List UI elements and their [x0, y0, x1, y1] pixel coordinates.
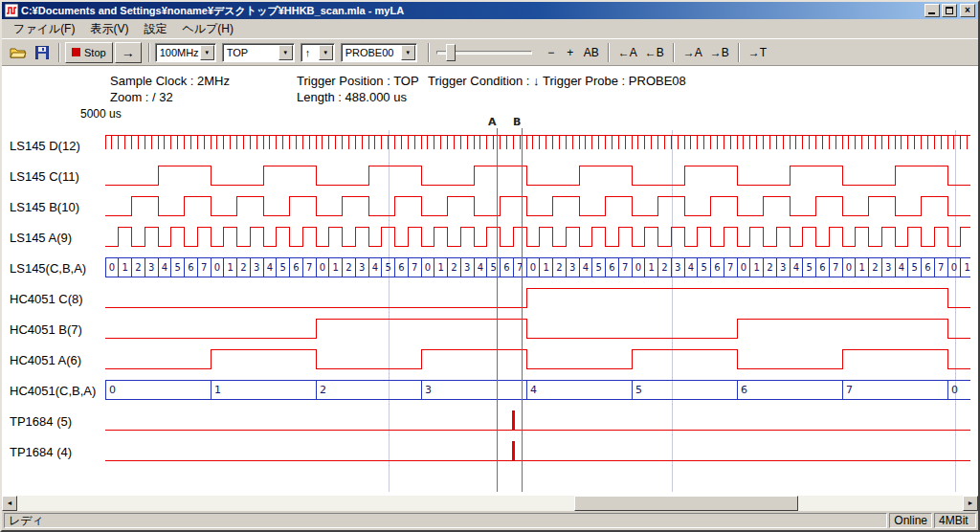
menu-settings[interactable]: 設定 [136, 19, 174, 39]
chevron-down-icon[interactable]: ▼ [200, 45, 214, 60]
close-button[interactable]: × [960, 4, 975, 17]
menu-view[interactable]: 表示(V) [82, 19, 136, 39]
zoom-in-button[interactable]: + [561, 42, 580, 63]
svg-text:0: 0 [951, 262, 957, 273]
svg-text:2: 2 [556, 262, 562, 273]
minimize-icon [928, 12, 935, 14]
zoom-info: Zoom : / 32 [110, 90, 173, 104]
svg-text:6: 6 [503, 262, 509, 273]
set-cursor-a-button[interactable]: →A [679, 42, 706, 63]
svg-text:5: 5 [490, 262, 496, 273]
svg-text:1: 1 [648, 262, 654, 273]
trigger-edge-select[interactable]: ↑ ▼ [301, 43, 335, 62]
maximize-button[interactable] [942, 4, 957, 17]
svg-text:4: 4 [688, 262, 694, 273]
app-window: C:¥Documents and Settings¥noname¥デスクトップ¥… [0, 0, 980, 532]
chevron-down-icon[interactable]: ▼ [319, 45, 333, 60]
svg-text:0: 0 [846, 262, 852, 273]
open-folder-icon [10, 46, 27, 59]
svg-text:6: 6 [714, 262, 720, 273]
zoom-slider[interactable] [434, 42, 534, 63]
sample-clock-value: 100MHz [160, 47, 199, 58]
svg-text:4: 4 [372, 262, 378, 273]
svg-text:1: 1 [227, 262, 233, 273]
trigger-probe-info: Trigger Probe : PROBE08 [543, 74, 686, 88]
trigger-position-select[interactable]: TOP ▼ [222, 43, 295, 62]
zoom-ab-button[interactable]: AB [580, 42, 603, 63]
menu-file[interactable]: ファイル(F) [6, 19, 82, 39]
svg-text:1: 1 [543, 262, 548, 273]
svg-text:3: 3 [675, 262, 680, 273]
svg-text:6: 6 [609, 262, 614, 273]
trigger-position-info: Trigger Position : TOP [297, 74, 419, 88]
svg-text:4: 4 [793, 262, 799, 273]
svg-text:6: 6 [819, 262, 825, 273]
horizontal-scrollbar[interactable]: ◄ ► [2, 496, 978, 511]
svg-text:3: 3 [569, 262, 575, 273]
scroll-right-button[interactable]: ► [963, 496, 978, 511]
svg-text:7: 7 [622, 262, 628, 273]
minimize-button[interactable] [924, 4, 940, 17]
maximize-icon [946, 7, 953, 14]
sample-clock-info: Sample Clock : 2MHz [110, 74, 230, 88]
svg-text:5: 5 [279, 262, 285, 273]
svg-text:0: 0 [741, 262, 746, 273]
floppy-icon [35, 46, 49, 59]
svg-text:0: 0 [530, 262, 536, 273]
goto-trigger-button[interactable]: →T [745, 42, 770, 63]
zoom-slider-thumb[interactable] [446, 44, 456, 61]
svg-text:4: 4 [478, 262, 483, 273]
set-cursor-b-button[interactable]: →B [706, 42, 733, 63]
chevron-down-icon[interactable]: ▼ [278, 45, 293, 60]
svg-text:2: 2 [767, 262, 772, 273]
scroll-left-button[interactable]: ◄ [2, 496, 17, 511]
status-memory: 4MBit [934, 513, 976, 528]
status-online: Online [889, 513, 932, 528]
svg-text:3: 3 [464, 262, 470, 273]
svg-text:6: 6 [398, 262, 404, 273]
toolbar-separator [673, 43, 675, 62]
toolbar-separator [148, 43, 150, 62]
stop-button[interactable]: Stop [65, 42, 113, 63]
svg-text:B: B [513, 116, 521, 128]
zoom-out-button[interactable]: − [542, 42, 561, 63]
svg-text:1: 1 [332, 262, 338, 273]
svg-text:0: 0 [951, 384, 958, 396]
goto-cursor-b-button[interactable]: ←B [641, 42, 668, 63]
svg-text:3: 3 [780, 262, 786, 273]
scrollbar-thumb[interactable] [574, 496, 798, 511]
waveform-panel: Sample Clock : 2MHz Trigger Position : T… [2, 66, 978, 496]
svg-text:0: 0 [425, 262, 431, 273]
svg-text:7: 7 [846, 384, 853, 396]
menu-help[interactable]: ヘルプ(H) [174, 19, 241, 39]
svg-text:0: 0 [214, 262, 220, 273]
svg-text:4: 4 [583, 262, 589, 273]
probe-select[interactable]: PROBE00 ▼ [341, 43, 417, 62]
svg-text:0: 0 [635, 262, 641, 273]
svg-text:2: 2 [135, 262, 141, 273]
trigger-position-value: TOP [227, 47, 248, 58]
statusbar: レディ Online 4MBit [2, 511, 978, 530]
run-arrow-icon: → [122, 46, 135, 59]
stop-label: Stop [84, 47, 106, 58]
svg-text:5: 5 [806, 262, 812, 273]
svg-text:A: A [488, 116, 497, 128]
sample-clock-select[interactable]: 100MHz ▼ [155, 43, 216, 62]
svg-text:5: 5 [911, 262, 917, 273]
run-button[interactable]: → [115, 42, 142, 63]
svg-text:2: 2 [872, 262, 878, 273]
svg-text:1: 1 [437, 262, 443, 273]
svg-text:2: 2 [345, 262, 351, 273]
svg-text:5: 5 [385, 262, 390, 273]
svg-text:1: 1 [122, 262, 127, 273]
svg-text:7: 7 [201, 262, 207, 273]
waveform-canvas[interactable]: 0123456701234567012345670123456701234567… [2, 113, 978, 494]
svg-text:4: 4 [267, 262, 273, 273]
save-button[interactable] [30, 42, 54, 63]
goto-cursor-a-button[interactable]: ←A [614, 42, 641, 63]
svg-text:1: 1 [753, 262, 759, 273]
open-button[interactable] [6, 42, 30, 63]
svg-text:1: 1 [858, 262, 864, 273]
chevron-down-icon[interactable]: ▼ [401, 45, 415, 60]
svg-text:2: 2 [240, 262, 246, 273]
